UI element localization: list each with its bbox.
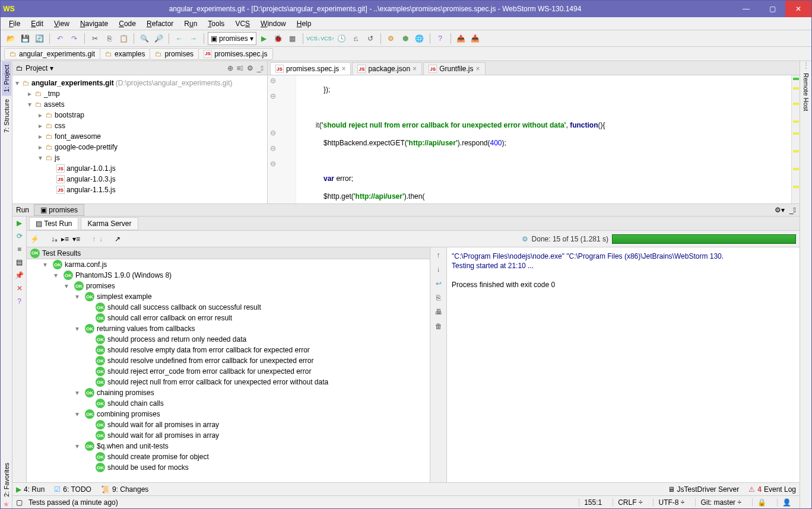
expand-icon[interactable]: ▸≡ [61,235,69,243]
hide-passed-icon[interactable]: ⚡ [30,235,39,243]
menu-view[interactable]: View [49,18,74,29]
menu-edit[interactable]: Edit [26,18,48,29]
test-row[interactable]: OK should call success callback on succe… [27,302,430,313]
open-icon[interactable]: 📂 [4,32,17,45]
deploy-down-icon[interactable]: 📥 [469,32,482,45]
test-tree[interactable]: OK Test Results▾OK karma.conf.js▾OK Phan… [27,247,430,482]
menu-tools[interactable]: Tools [203,18,229,29]
rerun-icon[interactable]: ▶ [17,219,22,227]
tree-row[interactable]: ▸🗀 bootstrap [14,110,266,120]
chevron-down-icon[interactable]: ▾ [50,64,53,72]
next-icon[interactable]: ↓ [99,235,103,243]
close-button[interactable]: ✕ [785,1,811,17]
tool-tab-project[interactable]: 1: Project [2,61,11,96]
forward-icon[interactable]: → [187,32,200,45]
hide-icon[interactable]: _⃞ [257,64,264,72]
find-icon[interactable]: 🔍 [138,32,151,45]
browser-icon[interactable]: 🌐 [413,32,426,45]
paste-icon[interactable]: 📋 [117,32,130,45]
fold-icon[interactable]: ⊖ [270,92,276,100]
close-tab-icon[interactable]: ✕ [17,284,23,292]
breadcrumb[interactable]: 🗀angular_experiments.git [4,48,100,60]
test-row[interactable]: ▾OK PhantomJS 1.9.0 (Windows 8) [27,270,430,281]
test-row[interactable]: ▾OK karma.conf.js [27,259,430,270]
test-row[interactable]: ▾OK $q.when and unit-tests [27,441,430,451]
run-icon[interactable]: ▶ [258,32,271,45]
tool-tab-remote-host[interactable]: Remote Host [801,69,811,114]
test-row[interactable]: OK should resolve undefined from error c… [27,355,430,366]
test-row[interactable]: OK should reject error_code from error c… [27,366,430,377]
line-ending[interactable]: CRLF ÷ [613,498,647,507]
sort-icon[interactable]: ↓ₐ [51,235,58,243]
vcs-history-icon[interactable]: 🕓 [335,32,348,45]
gear-icon[interactable]: ⚙ [247,64,253,72]
collapse-icon[interactable]: ⊕ [227,64,233,72]
vcs-update-icon[interactable]: VCS↓ [307,32,320,45]
menu-help[interactable]: Help [292,18,316,29]
tool-changes[interactable]: 📜9: Changes [101,485,148,494]
editor-tab[interactable]: JSGruntfile.js× [423,62,485,75]
back-icon[interactable]: ← [173,32,186,45]
git-branch[interactable]: Git: master ÷ [695,498,746,507]
tool-tab-structure[interactable]: 7: Structure [2,96,11,136]
redo-icon[interactable]: ↷ [68,32,81,45]
up-icon[interactable]: ↑ [437,251,440,259]
test-row[interactable]: ▾OK chaining promises [27,387,430,398]
test-row[interactable]: ▾OK returning values from callbacks [27,323,430,334]
minimize-button[interactable]: — [733,1,759,17]
menu-navigate[interactable]: Navigate [75,18,113,29]
save-icon[interactable]: 💾 [18,32,31,45]
close-icon[interactable]: × [475,65,480,73]
deploy-up-icon[interactable]: 📤 [455,32,468,45]
menu-file[interactable]: File [4,18,25,29]
pin-icon[interactable]: 📌 [15,271,24,279]
run-config-tab[interactable]: ▣ promises [34,204,84,216]
tree-row[interactable]: ▾🗀 js [14,152,266,163]
gear-icon[interactable]: ⚙▾ [775,206,785,214]
hide-icon[interactable]: _⃞ [789,206,796,214]
tab-test-run[interactable]: ▤ Test Run [29,217,78,230]
tree-row[interactable]: ▸🗀 google-code-prettify [14,142,266,152]
down-icon[interactable]: ↓ [437,265,440,273]
test-row[interactable]: OK should chain calls [27,398,430,409]
menu-vcs[interactable]: VCS [230,18,255,29]
breadcrumb[interactable]: JSpromises.spec.js [198,48,272,60]
test-row[interactable]: OK should reject null from error callbac… [27,377,430,387]
undo-icon[interactable]: ↶ [53,32,66,45]
print-icon[interactable]: 🖶 [435,308,442,316]
tree-row[interactable]: ▾🗀 assets [14,99,266,110]
vcs-revert-icon[interactable]: ↺ [364,32,377,45]
test-row[interactable]: OK should resolve empty data from error … [27,345,430,355]
tree-row[interactable]: JS angular-1.1.5.js [14,184,266,195]
trash-icon[interactable]: 🗑 [435,322,442,330]
test-row[interactable]: OK should wait for all promises in array [27,430,430,441]
export-icon[interactable]: ↗ [115,235,120,243]
error-stripe[interactable] [791,75,800,203]
nodejs-icon[interactable]: ⬢ [399,32,412,45]
test-row[interactable]: ▾OK combining promises [27,409,430,419]
titlebar[interactable]: WS angular_experiments.git - [D:\project… [1,1,811,17]
lock-icon[interactable]: 🔒 [752,498,771,507]
test-row[interactable]: OK should call error callback on error r… [27,313,430,323]
fold-icon[interactable]: ⊖ [270,129,276,137]
test-row[interactable]: OK Test Results [27,247,430,259]
tree-row[interactable]: ▸🗀 css [14,120,266,131]
fold-icon[interactable]: ⊖ [270,77,276,85]
layout-icon[interactable]: ▤ [16,258,23,266]
tree-row[interactable]: ▸🗀 _tmp [14,88,266,99]
code-area[interactable]: }); it('should reject null from error ca… [296,75,791,203]
editor-tab[interactable]: JSpackage.json× [352,62,422,75]
menu-refactor[interactable]: Refactor [142,18,178,29]
maximize-button[interactable]: ▢ [759,1,785,17]
close-icon[interactable]: × [341,65,345,73]
test-row[interactable]: OK should be used for mocks [27,462,430,473]
encoding[interactable]: UTF-8 ÷ [653,498,689,507]
tab-karma-server[interactable]: Karma Server [81,217,138,230]
debug-icon[interactable]: 🐞 [272,32,285,45]
vcs-commit-icon[interactable]: VCS↑ [321,32,334,45]
test-row[interactable]: ▾OK simplest example [27,291,430,302]
fold-icon[interactable]: ⊖ [270,144,276,152]
tree-row[interactable]: ▾🗀 angular_experiments.git (D:\projects\… [14,78,266,88]
replace-icon[interactable]: 🔎 [152,32,165,45]
fold-icon[interactable]: ⊖ [270,160,276,168]
